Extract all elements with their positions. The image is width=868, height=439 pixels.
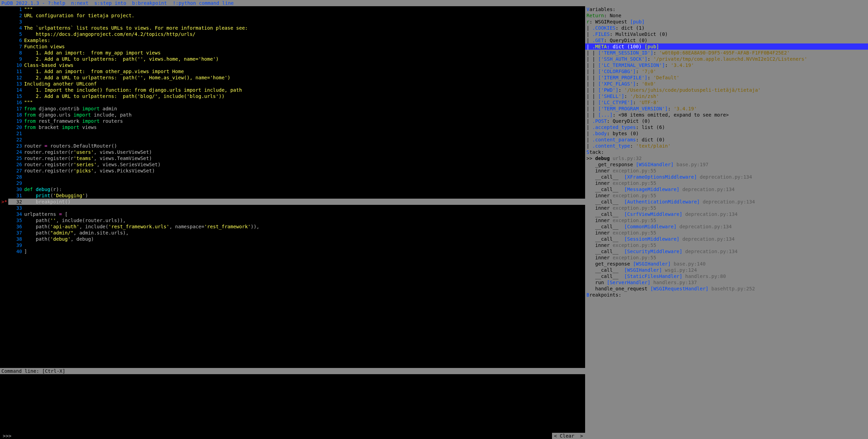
line-number: 15 <box>8 93 24 99</box>
command-prompt[interactable]: >>> <box>0 433 552 439</box>
stack-frame[interactable]: __call__ [XFrameOptionsMiddleware] depre… <box>585 174 868 180</box>
variable-row[interactable]: | | ['TERM_PROGRAM_VERSION']: '3.4.19' <box>585 106 868 112</box>
clear-button[interactable]: < Clear > <box>552 433 585 439</box>
code-line[interactable]: 13Including another URLconf <box>0 81 585 87</box>
code-line[interactable]: 31 print('Debugging') <box>0 192 585 199</box>
variable-row[interactable]: | | ['TERM_SESSION_ID']: 'w0t0p0:68EA8A9… <box>585 50 868 56</box>
code-line[interactable]: 17from django.contrib import admin <box>0 106 585 112</box>
code-line[interactable]: 1""" <box>0 6 585 12</box>
stack-frame[interactable]: inner exception.py:55 <box>585 230 868 236</box>
code-text: """ <box>24 99 585 106</box>
code-line[interactable]: 20from bracket import views <box>0 124 585 130</box>
code-line[interactable]: 18from django.urls import include, path <box>0 112 585 118</box>
code-line[interactable]: 40] <box>0 248 585 255</box>
variable-row[interactable]: | .POST: QueryDict (0) <box>585 118 868 124</box>
stack-header[interactable]: Stack: <box>585 149 868 155</box>
variable-row[interactable]: | .FILES: MultiValueDict (0) <box>585 31 868 37</box>
variable-row[interactable]: | | ['LC_CTYPE']: 'UTF-8' <box>585 99 868 106</box>
stack-frame[interactable]: >> debug urls.py:32 <box>585 155 868 161</box>
stack-frame[interactable]: __call__ [StaticFilesHandler] handlers.p… <box>585 273 868 279</box>
stack-frame[interactable]: inner exception.py:55 <box>585 242 868 248</box>
variables-header[interactable]: Variables: <box>585 6 868 12</box>
code-line[interactable]: 2URL configuration for tietaja project. <box>0 12 585 19</box>
stack-frame[interactable]: inner exception.py:55 <box>585 217 868 223</box>
code-line[interactable]: 15 2. Add a URL to urlpatterns: path('bl… <box>0 93 585 99</box>
code-line[interactable]: >*32 breakpoint() <box>0 199 585 205</box>
code-line[interactable]: 38 path('debug', debug) <box>0 236 585 242</box>
code-line[interactable]: 36 path('api-auth', include('rest_framew… <box>0 223 585 230</box>
stack-frame[interactable]: __call__ [CsrfViewMiddleware] deprecatio… <box>585 211 868 217</box>
variable-row[interactable]: | | ['LC_TERMINAL_VERSION']: '3.4.19' <box>585 62 868 68</box>
source-code-pane[interactable]: 1""" 2URL configuration for tietaja proj… <box>0 6 585 368</box>
code-line[interactable]: 16""" <box>0 99 585 106</box>
code-line[interactable]: 11 1. Add an import: from other_app.view… <box>0 68 585 74</box>
code-line[interactable]: 7Function views <box>0 43 585 50</box>
variable-row[interactable]: | | ['SHELL']: '/bin/zsh' <box>585 93 868 99</box>
variable-row[interactable]: | | [...]: <98 items omitted, expand to … <box>585 112 868 118</box>
code-line[interactable]: 3 <box>0 19 585 25</box>
variables-pane[interactable]: Return: Noner: WSGIRequest [pub]| .COOKI… <box>585 12 868 149</box>
code-line[interactable]: 25router.register(r'teams', views.TeamVi… <box>0 155 585 161</box>
variable-row[interactable]: | | ['COLORFGBG']: '7;0' <box>585 68 868 74</box>
code-line[interactable]: 39 <box>0 242 585 248</box>
variable-row[interactable]: r: WSGIRequest [pub] <box>585 19 868 25</box>
stack-frame[interactable]: __call__ [SessionMiddleware] deprecation… <box>585 236 868 242</box>
code-line[interactable]: 19from rest_framework import routers <box>0 118 585 124</box>
variable-row[interactable]: | | ['SSH_AUTH_SOCK']: '/private/tmp/com… <box>585 56 868 62</box>
stack-frame[interactable]: __call__ [SecurityMiddleware] deprecatio… <box>585 248 868 255</box>
stack-frame[interactable]: handle_one_request [WSGIRequestHandler] … <box>585 286 868 292</box>
stack-frame[interactable]: inner exception.py:55 <box>585 192 868 199</box>
stack-frame[interactable]: __call__ [CommonMiddleware] deprecation.… <box>585 223 868 230</box>
stack-frame[interactable]: inner exception.py:55 <box>585 168 868 174</box>
variable-row[interactable]: | .COOKIES: dict (1) <box>585 25 868 31</box>
code-line[interactable]: 5 https://docs.djangoproject.com/en/4.2/… <box>0 31 585 37</box>
code-line[interactable]: 12 2. Add a URL to urlpatterns: path('',… <box>0 74 585 81</box>
code-line[interactable]: 35 path('', include(router.urls)), <box>0 217 585 223</box>
variable-row[interactable]: | | ['PWD']: '/Users/juhis/code/pudotusp… <box>585 87 868 93</box>
code-line[interactable]: 6Examples: <box>0 37 585 43</box>
code-line[interactable]: 33 <box>0 205 585 211</box>
variable-row[interactable]: | .accepted_types: list (6) <box>585 124 868 130</box>
code-line[interactable]: 34urlpatterns = [ <box>0 211 585 217</box>
stack-frame[interactable]: _get_response [WSGIHandler] base.py:197 <box>585 161 868 168</box>
variable-row[interactable]: | .body: bytes (0) <box>585 130 868 137</box>
line-marker <box>0 112 8 118</box>
code-line[interactable]: 4The `urlpatterns` list routes URLs to v… <box>0 25 585 31</box>
stack-frame[interactable]: get_response [WSGIHandler] base.py:140 <box>585 261 868 267</box>
command-line-output[interactable] <box>0 374 585 433</box>
code-line[interactable]: 21 <box>0 130 585 137</box>
variable-row[interactable]: | .content_type: 'text/plain' <box>585 143 868 149</box>
line-number: 19 <box>8 118 24 124</box>
code-line[interactable]: 28 <box>0 174 585 180</box>
code-line[interactable]: 9 2. Add a URL to urlpatterns: path('', … <box>0 56 585 62</box>
variable-row[interactable]: | .META: dict (100) [pub] <box>585 43 868 50</box>
breakpoints-header[interactable]: Breakpoints: <box>585 292 868 298</box>
variable-row[interactable]: | | ['XPC_FLAGS']: '0x0' <box>585 81 868 87</box>
variable-row[interactable]: Return: None <box>585 12 868 19</box>
code-line[interactable]: 30def debug(r): <box>0 186 585 192</box>
variable-row[interactable]: | .content_params: dict (0) <box>585 137 868 143</box>
code-line[interactable]: 14 1. Import the include() function: fro… <box>0 87 585 93</box>
variable-row[interactable]: | | ['ITERM_PROFILE']: 'Default' <box>585 74 868 81</box>
stack-frame[interactable]: inner exception.py:55 <box>585 180 868 186</box>
stack-frame[interactable]: __call__ [MessageMiddleware] deprecation… <box>585 186 868 192</box>
variable-row[interactable]: | .GET: QueryDict (0) <box>585 37 868 43</box>
code-line[interactable]: 37 path("admin/", admin.site.urls), <box>0 230 585 236</box>
stack-frame[interactable]: inner exception.py:55 <box>585 255 868 261</box>
code-line[interactable]: 26router.register(r'series', views.Serie… <box>0 161 585 168</box>
stack-frame[interactable]: __call__ [WSGIHandler] wsgi.py:124 <box>585 267 868 273</box>
stack-frame[interactable]: __call__ [AuthenticationMiddleware] depr… <box>585 199 868 205</box>
stack-frame[interactable]: run [ServerHandler] handlers.py:137 <box>585 279 868 286</box>
line-marker <box>0 242 8 248</box>
code-line[interactable]: 10Class-based views <box>0 62 585 68</box>
stack-frame[interactable]: inner exception.py:55 <box>585 205 868 211</box>
code-line[interactable]: 22 <box>0 137 585 143</box>
code-line[interactable]: 23router = routers.DefaultRouter() <box>0 143 585 149</box>
code-line[interactable]: 24router.register(r'users', views.UserVi… <box>0 149 585 155</box>
stack-pane[interactable]: >> debug urls.py:32 _get_response [WSGIH… <box>585 155 868 292</box>
code-line[interactable]: 8 1. Add an import: from my_app import v… <box>0 50 585 56</box>
line-marker <box>0 31 8 37</box>
code-line[interactable]: 27router.register(r'picks', views.PicksV… <box>0 168 585 174</box>
code-line[interactable]: 29 <box>0 180 585 186</box>
breakpoints-pane[interactable] <box>585 298 868 439</box>
